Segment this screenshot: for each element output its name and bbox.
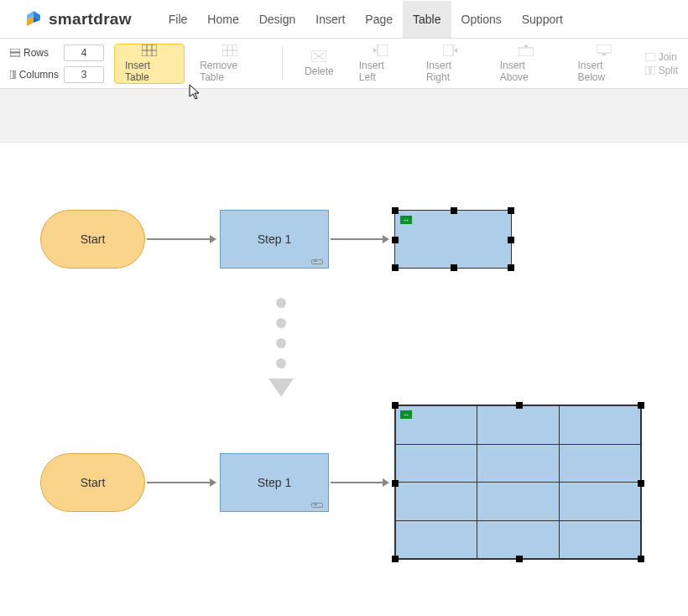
resize-handle[interactable] (508, 207, 514, 214)
svg-rect-15 (378, 44, 388, 56)
menubar: smartdraw File Home Design Insert Page T… (0, 0, 688, 39)
menu-page[interactable]: Page (355, 1, 403, 38)
rotate-handle-icon[interactable]: ↔ (400, 216, 412, 224)
delete-icon (311, 50, 326, 62)
table-icon (142, 44, 157, 56)
resize-handle[interactable] (392, 237, 399, 243)
resize-handle[interactable] (392, 207, 399, 214)
toolbar-right-group: Join Split (645, 51, 678, 76)
insert-above-icon (519, 44, 534, 56)
svg-rect-1 (10, 53, 20, 56)
menu-file[interactable]: File (159, 1, 198, 38)
split-icon (645, 66, 655, 75)
resize-handle[interactable] (516, 556, 523, 562)
resize-handle[interactable] (638, 402, 644, 409)
menu-support[interactable]: Support (512, 1, 573, 38)
menu-home[interactable]: Home (197, 1, 248, 38)
resize-handle[interactable] (508, 264, 514, 271)
sublist-icon (311, 259, 323, 264)
cols-icon (10, 70, 16, 79)
resize-handle[interactable] (638, 480, 644, 487)
logo-text: smartdraw (49, 10, 132, 29)
insert-left-button[interactable]: Insert Left (349, 44, 411, 84)
resize-handle[interactable] (638, 556, 644, 562)
table-shape[interactable]: ↔ (394, 405, 642, 560)
insert-table-button[interactable]: Insert Table (114, 44, 185, 84)
rows-icon (10, 49, 20, 57)
toolbar-separator (282, 47, 283, 81)
svg-rect-16 (443, 44, 453, 56)
resize-handle[interactable] (392, 480, 399, 487)
svg-rect-17 (519, 48, 534, 56)
remove-table-button[interactable]: Remove Table (190, 44, 270, 84)
arrow[interactable] (147, 238, 210, 240)
menu-options[interactable]: Options (451, 1, 512, 38)
join-icon (645, 53, 655, 61)
insert-below-button[interactable]: Insert Below (568, 44, 640, 84)
ribbon-spacer (0, 89, 688, 143)
start-shape[interactable]: Start (40, 210, 145, 269)
drawing-canvas[interactable]: Start Step 1 ↔ Start Step 1 (0, 143, 688, 616)
app-logo: smartdraw (23, 9, 132, 29)
rows-label: Rows (10, 47, 59, 59)
menu-table[interactable]: Table (403, 1, 451, 38)
cols-input[interactable] (64, 66, 104, 83)
svg-rect-19 (645, 53, 655, 61)
menu-design[interactable]: Design (249, 1, 306, 38)
menu-items: File Home Design Insert Page Table Optio… (159, 1, 573, 38)
svg-rect-21 (651, 66, 655, 75)
table-toolbar: Rows Columns Insert Table Remove Table D… (0, 39, 688, 89)
step-shape[interactable]: Step 1 (220, 453, 329, 512)
menu-insert[interactable]: Insert (305, 1, 355, 38)
remove-table-icon (222, 44, 237, 56)
insert-right-button[interactable]: Insert Right (416, 44, 485, 84)
resize-handle[interactable] (516, 402, 523, 409)
split-button[interactable]: Split (645, 65, 678, 76)
rows-cols-inputs: Rows Columns (10, 44, 109, 83)
arrow[interactable] (331, 238, 383, 240)
resize-handle[interactable] (451, 207, 457, 214)
svg-rect-2 (10, 70, 13, 79)
delete-button[interactable]: Delete (294, 44, 344, 84)
svg-rect-18 (597, 44, 612, 53)
logo-icon (23, 9, 44, 29)
step-shape[interactable]: Step 1 (220, 210, 329, 269)
resize-handle[interactable] (392, 264, 399, 271)
insert-right-icon (443, 44, 458, 56)
insert-below-icon (597, 44, 612, 56)
transition-indicator-icon (268, 298, 294, 397)
arrow[interactable] (147, 482, 210, 483)
resize-handle[interactable] (392, 402, 399, 409)
svg-rect-3 (15, 70, 16, 79)
rotate-handle-icon[interactable]: ↔ (400, 410, 412, 419)
rows-input[interactable] (64, 44, 104, 61)
selected-shape[interactable]: ↔ (394, 210, 512, 269)
insert-above-button[interactable]: Insert Above (490, 44, 563, 84)
resize-handle[interactable] (392, 556, 399, 562)
arrow[interactable] (331, 482, 383, 483)
resize-handle[interactable] (508, 237, 514, 243)
inserted-table[interactable] (395, 405, 641, 559)
resize-handle[interactable] (451, 264, 457, 271)
sublist-icon (311, 503, 323, 508)
svg-rect-20 (645, 66, 649, 75)
svg-rect-0 (10, 49, 20, 52)
insert-left-icon (373, 44, 388, 56)
cols-label: Columns (10, 69, 59, 81)
start-shape[interactable]: Start (40, 453, 145, 512)
join-button[interactable]: Join (645, 51, 678, 63)
